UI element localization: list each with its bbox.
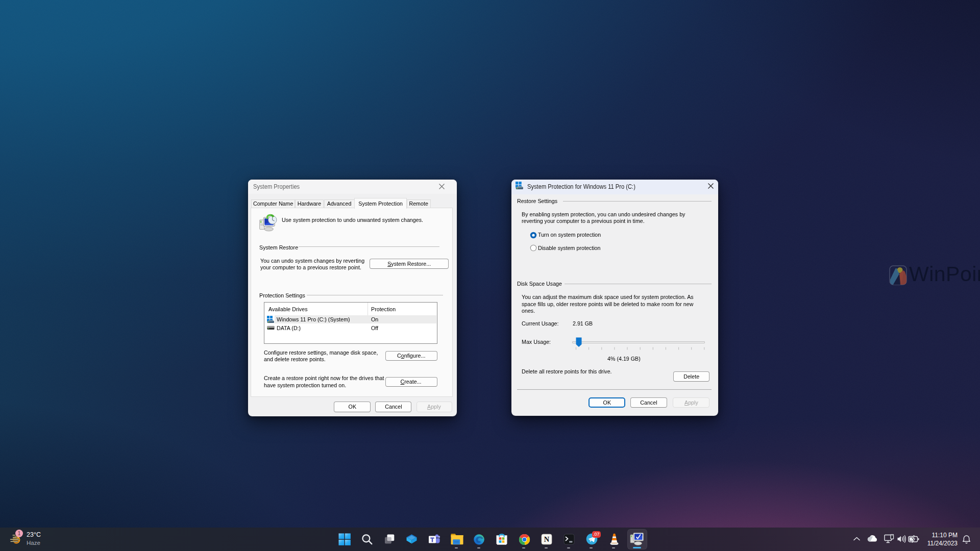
svg-text:N: N xyxy=(544,535,550,543)
